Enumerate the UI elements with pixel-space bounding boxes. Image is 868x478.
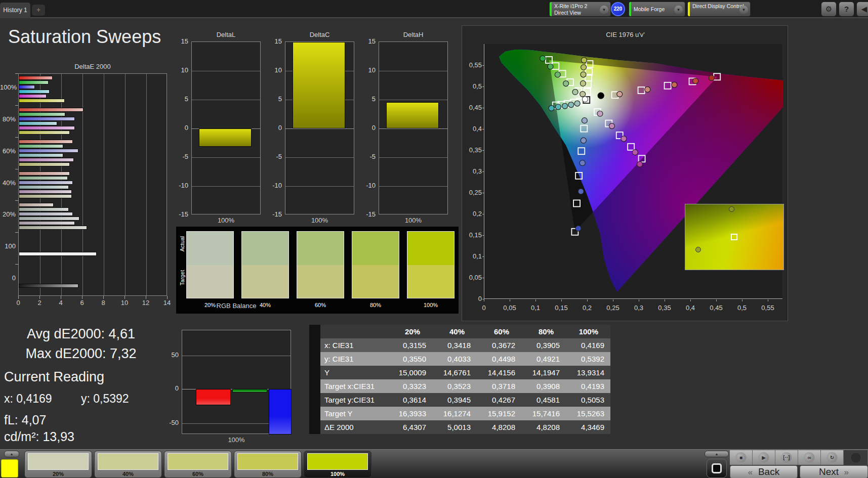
measured-marker-white (582, 97, 588, 102)
pattern-button-80%[interactable]: 80% (234, 451, 302, 478)
tab-history-1[interactable]: History 1 (0, 3, 30, 18)
range-button[interactable]: [··] (775, 450, 798, 465)
axis-tick (482, 129, 484, 129)
back-button[interactable]: « Back (730, 465, 798, 478)
axis-tick (482, 150, 484, 151)
axis-tick (482, 214, 484, 214)
pattern-button-20%[interactable]: 20% (24, 451, 92, 478)
axis-tick-label: 0 (474, 304, 494, 312)
axis-tick-label: -15 (173, 210, 188, 218)
pattern-button-40%[interactable]: 40% (94, 451, 162, 478)
axis-tick (768, 299, 768, 301)
gridline (82, 74, 83, 295)
pattern-button-100%[interactable]: 100% (304, 451, 371, 478)
table-cell-value: 13,9314 (566, 366, 610, 379)
next-button[interactable]: Next » (800, 465, 868, 478)
table-cell-value: 4,8208 (477, 420, 521, 434)
meter-label: X-Rite i1Pro 2Direct View (554, 3, 587, 16)
axis-tick-label: 10 (360, 66, 376, 74)
stop-button[interactable]: ■ (730, 450, 753, 465)
chevron-down-icon[interactable]: ▼ (600, 6, 608, 14)
axis-tick-label: 0 (173, 124, 188, 132)
measured-marker-blue (582, 118, 587, 123)
pattern-swatch-40% (98, 453, 158, 470)
table-cell-value: 0,4169 (566, 338, 610, 352)
swatch-column-80% (352, 231, 399, 298)
meter-count-badge: 220 (611, 2, 625, 16)
table-cell-value: 15,5263 (566, 407, 610, 420)
deltae-bar-60%-cyan (19, 153, 63, 157)
collapse-button[interactable]: ◀ (856, 2, 868, 17)
axis-tick-label: 0,4 (462, 125, 482, 133)
deltae-bar-100%-yellow (19, 99, 65, 103)
table-cell-value: 15,9152 (477, 407, 521, 420)
table-cell-value: 0,5392 (566, 352, 610, 366)
measured-marker-magenta (637, 161, 643, 167)
axis-tick-label: -5 (267, 153, 282, 160)
measured-marker-red (672, 82, 677, 88)
rgb-bar-red (196, 389, 231, 405)
table-cell-value: 0,3614 (388, 393, 432, 407)
table-row-marker-cell (309, 352, 320, 366)
loop-infinite-button[interactable]: ∞ (798, 450, 821, 465)
pattern-window-button[interactable] (707, 459, 727, 478)
source-dropdown[interactable]: Mobile Forge ▼ (629, 2, 685, 17)
axis-tick (15, 105, 18, 106)
deltae-bar-20%-red (19, 203, 54, 207)
chevron-down-icon[interactable]: ▼ (674, 6, 683, 14)
cie-chart-title: CIE 1976 u'v' (462, 31, 789, 38)
measured-marker-blue (581, 138, 586, 143)
display-control-dropdown[interactable]: Direct Display Control ▼ (687, 2, 751, 17)
pattern-button-label: 80% (234, 471, 301, 477)
axis-tick-label: 5 (267, 95, 282, 103)
axis-tick-label: 0,25 (603, 304, 623, 312)
axis-tick-label: -50 (157, 419, 179, 426)
inset-measured-point (695, 247, 701, 252)
settings-button[interactable]: ⚙ (821, 2, 837, 17)
measured-marker-yellow (581, 72, 586, 77)
chevron-down-icon[interactable]: ▼ (739, 6, 748, 14)
table-cell-value: 0,4498 (477, 352, 521, 366)
table-row-label: y: CIE31 (320, 352, 388, 366)
table-cell-value: 14,1947 (521, 366, 566, 379)
actual-swatch-60% (297, 232, 344, 265)
add-tab-button[interactable]: + (32, 5, 45, 16)
measured-marker-red (693, 78, 698, 84)
axis-tick-label: 0 (267, 124, 282, 132)
axis-tick (639, 299, 639, 301)
table-cell-value: 0,5053 (566, 393, 610, 407)
transport-panel-up-button[interactable]: ▲ (705, 451, 729, 457)
table-cell-value: 0,3155 (388, 338, 432, 352)
play-button[interactable]: ▶ (753, 450, 775, 465)
refresh-button[interactable]: ↻ (821, 450, 844, 465)
gridline (104, 74, 104, 295)
axis-tick-label: 100% (379, 216, 448, 224)
avg-de2000-value: Avg dE2000: 4,61 (0, 326, 162, 342)
table-row-marker-cell (309, 366, 320, 379)
axis-tick-label: -15 (360, 210, 376, 218)
table-header-20%: 20% (388, 325, 432, 338)
axis-tick (125, 296, 125, 299)
measurement-table: 20%40%60%80%100%x: CIE310,31550,34180,36… (309, 325, 610, 434)
stop-icon: ■ (735, 452, 747, 463)
axis-tick-label: 0,55 (758, 304, 778, 312)
meter-dropdown[interactable]: X-Rite i1Pro 2Direct View ▼ (549, 2, 611, 17)
help-icon: ? (844, 5, 849, 13)
table-cell-value: 5,0013 (432, 420, 477, 434)
table-cell-value: 16,1274 (432, 407, 477, 420)
table-header-row: 20%40%60%80%100% (309, 325, 610, 338)
gridline (146, 74, 147, 295)
deltae-bar-100%-magenta (19, 94, 47, 98)
axis-tick-label: 100% (285, 216, 354, 224)
help-button[interactable]: ? (839, 2, 854, 17)
table-row: Y15,000914,676114,415614,194713,9314 (309, 366, 610, 379)
deltae-bar-40%-red (19, 171, 70, 176)
pattern-panel-up-button[interactable]: ▲ (4, 451, 19, 457)
actual-row-label: Actual (179, 233, 185, 254)
table-cell-value: 0,4921 (521, 352, 566, 366)
measured-marker-magenta (621, 136, 627, 142)
gridline (379, 100, 447, 100)
pattern-button-60%[interactable]: 60% (164, 451, 232, 478)
table-row: ΔE 20006,43075,00134,82084,82084,3469 (309, 420, 610, 434)
axis-tick-label: 0,1 (525, 304, 546, 312)
